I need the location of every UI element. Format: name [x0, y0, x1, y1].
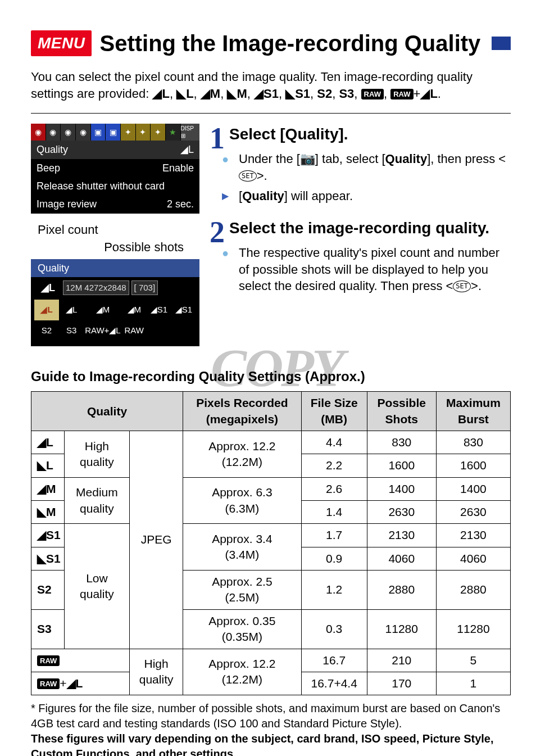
burst-cell: 830: [436, 431, 510, 454]
pixels-cell: Approx. 12.2(12.2M): [183, 431, 302, 478]
camera-tab-icon: ◉: [46, 124, 61, 141]
footnote: * Figures for the file size, number of p…: [31, 701, 511, 756]
menu-value: 2 sec.: [167, 197, 194, 211]
filesize-cell: 2.2: [301, 454, 367, 477]
menu-badge: MENU: [31, 30, 92, 56]
shots-info: [ 703]: [131, 280, 158, 295]
burst-cell: 2630: [436, 501, 510, 524]
step-1: 1 Select [Quality]. Under the [📷] tab, s…: [210, 124, 511, 204]
quality-icon: ◢M: [31, 477, 65, 500]
filesize-cell: 16.7+4.4: [301, 672, 367, 695]
menu-row-quality: Quality ◢L: [31, 141, 199, 159]
page-title-row: MENU Setting the Image-recording Quality: [31, 28, 511, 58]
shots-cell: 170: [367, 672, 436, 695]
quality-option: ◢M: [84, 300, 122, 320]
menu-label: Quality: [37, 143, 68, 156]
filesize-cell: 16.7: [301, 649, 367, 672]
filesize-cell: 0.9: [301, 547, 367, 570]
step-2: 2 Select the image-recording quality. Th…: [210, 218, 511, 295]
filesize-cell: 2.6: [301, 477, 367, 500]
quality-icon: ◣L: [31, 454, 65, 477]
table-header: Possible Shots: [367, 392, 436, 431]
filesize-cell: 0.3: [301, 609, 367, 649]
quality-group: Medium quality: [64, 477, 129, 524]
quality-grid: ◢L ◢L ◢M ◢M ◢S1 ◢S1 S2 S3 RAW+◢L RAW: [31, 298, 199, 346]
menu-value: ◢L: [180, 143, 194, 156]
burst-cell: 5: [436, 649, 510, 672]
table-header: Maximum Burst: [436, 392, 510, 431]
quality-icon: RAW+◢L: [31, 672, 130, 695]
table-header: Pixels Recorded (megapixels): [183, 392, 302, 431]
burst-cell: 11280: [436, 609, 510, 649]
step-bullet: Under the [📷] tab, select [Quality], the…: [210, 151, 511, 184]
shots-cell: 1600: [367, 454, 436, 477]
possible-shots-label: Possible shots: [31, 239, 199, 256]
step-title: Select [Quality].: [210, 124, 511, 145]
menu-row-review: Image review 2 sec.: [31, 195, 199, 213]
shots-cell: 2880: [367, 571, 436, 610]
shots-cell: 2130: [367, 524, 436, 547]
playback-tab-icon: ▣: [91, 124, 106, 141]
quality-icon: ◣S1: [31, 547, 65, 570]
quality-option: [171, 320, 196, 341]
step-title: Select the image-recording quality.: [210, 218, 511, 239]
right-column: 1 Select [Quality]. Under the [📷] tab, s…: [210, 124, 511, 354]
camera-tab-icon: ◉: [61, 124, 76, 141]
quality-option: RAW: [122, 320, 147, 341]
quality-option: S2: [34, 320, 59, 341]
pixels-cell: Approx. 2.5(2.5M): [183, 571, 302, 610]
quality-icon: RAW: [31, 649, 130, 672]
set-button-icon: SET: [453, 280, 471, 292]
filesize-cell: 1.4: [301, 501, 367, 524]
quality-icon: S2: [31, 571, 65, 610]
table-header: File Size (MB): [301, 392, 367, 431]
quality-option: RAW+◢L: [84, 320, 122, 341]
shots-cell: 210: [367, 649, 436, 672]
shots-cell: 1400: [367, 477, 436, 500]
quality-icon: S3: [31, 609, 65, 649]
table-row: RAW High quality Approx. 12.2(12.2M) 16.…: [31, 649, 511, 672]
star-tab-icon: ★: [166, 124, 181, 141]
quality-option: S3: [59, 320, 84, 341]
quality-option: ◢L: [34, 300, 59, 320]
wrench-tab-icon: ✦: [136, 124, 151, 141]
left-column: ◉ ◉ ◉ ◉ ▣ ▣ ✦ ✦ ✦ ★ DISP ⊞ Quality ◢L Be…: [31, 124, 199, 354]
quality-group: High quality: [64, 431, 129, 478]
menu-label: Beep: [37, 161, 60, 175]
table-header: Quality: [31, 392, 183, 431]
quality-option: ◢S1: [171, 300, 196, 320]
pixel-info: 12M 4272x2848: [63, 280, 129, 295]
filesize-cell: 1.2: [301, 571, 367, 610]
pixel-count-label: Pixel count: [38, 221, 199, 238]
camera-menu-screen: ◉ ◉ ◉ ◉ ▣ ▣ ✦ ✦ ✦ ★ DISP ⊞ Quality ◢L Be…: [31, 124, 199, 213]
quality-group: Low quality: [64, 524, 129, 649]
menu-label: Image review: [37, 197, 97, 211]
wrench-tab-icon: ✦: [151, 124, 166, 141]
burst-cell: 1600: [436, 454, 510, 477]
quality-icon: ◣M: [31, 501, 65, 524]
step-bullet: The respective quality's pixel count and…: [210, 245, 511, 295]
filesize-cell: 1.7: [301, 524, 367, 547]
shots-cell: 11280: [367, 609, 436, 649]
pixels-cell: Approx. 0.35(0.35M): [183, 609, 302, 649]
camera-quality-header: Quality: [31, 259, 199, 277]
current-quality-icon: ◢L: [35, 281, 61, 295]
divider: [31, 113, 511, 114]
pixels-cell: Approx. 6.3(6.3M): [183, 477, 302, 524]
set-button-icon: SET: [239, 170, 257, 182]
camera-tab-icon: ◉: [31, 124, 46, 141]
quality-icon: ◢S1: [31, 524, 65, 547]
camera-tabstrip: ◉ ◉ ◉ ◉ ▣ ▣ ✦ ✦ ✦ ★ DISP ⊞: [31, 124, 199, 141]
quality-icon: ◢L: [31, 431, 65, 454]
quality-option: ◢L: [59, 300, 84, 320]
quality-option: ◢S1: [147, 300, 171, 320]
guide-title: COPY Guide to Image-recording Quality Se…: [31, 368, 511, 386]
quality-group: High quality: [130, 649, 183, 695]
quality-option: [147, 320, 171, 341]
table-row: ◢L High quality JPEG Approx. 12.2(12.2M)…: [31, 431, 511, 454]
menu-label: Release shutter without card: [37, 179, 165, 193]
burst-cell: 2130: [436, 524, 510, 547]
section-marker-icon: [492, 37, 511, 50]
burst-cell: 2880: [436, 571, 510, 610]
shots-cell: 830: [367, 431, 436, 454]
